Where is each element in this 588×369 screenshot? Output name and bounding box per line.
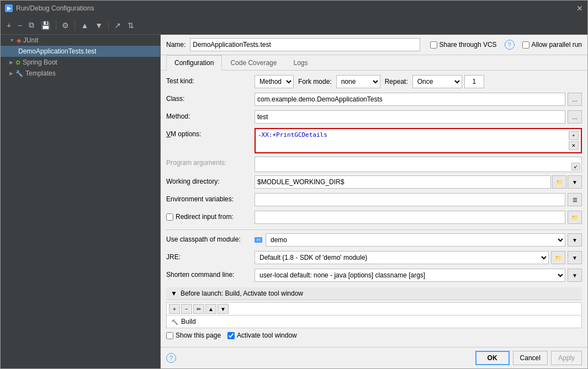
show-page-checkbox[interactable]	[166, 332, 173, 339]
redirect-input-field[interactable]	[255, 211, 565, 224]
templates-expand-arrow: ▶	[9, 71, 13, 76]
ok-button[interactable]: OK	[475, 351, 510, 365]
redirect-input-checkbox[interactable]	[166, 213, 173, 221]
config-panel: Test kind: Method Fork mode: none Repeat…	[161, 71, 587, 347]
spring-expand-arrow: ▶	[9, 60, 13, 65]
remove-button[interactable]: −	[15, 19, 25, 31]
name-input[interactable]	[190, 38, 420, 51]
shorten-dropdown-btn[interactable]: ▼	[568, 269, 582, 282]
class-input[interactable]	[255, 93, 565, 106]
working-dir-control: 📁 ▼	[255, 175, 582, 189]
tab-configuration[interactable]: Configuration	[166, 55, 222, 71]
jre-row: JRE: Default (1.8 - SDK of 'demo' module…	[166, 251, 582, 265]
share-vcs-checkbox[interactable]	[430, 41, 437, 49]
test-kind-select[interactable]: Method	[255, 75, 294, 88]
activate-window-text: Activate tool window	[237, 331, 297, 339]
cancel-button[interactable]: Cancel	[513, 351, 548, 365]
working-dir-dropdown-btn[interactable]: ▼	[568, 175, 582, 189]
jre-control: Default (1.8 - SDK of 'demo' module) 📁 ▼	[255, 251, 582, 264]
jre-dropdown-btn[interactable]: ▼	[568, 251, 582, 264]
before-launch-add-btn[interactable]: +	[169, 304, 180, 314]
before-launch-down-btn[interactable]: ▼	[218, 304, 229, 314]
before-launch-edit-btn[interactable]: ✏	[193, 304, 204, 314]
show-page-label[interactable]: Show this page	[166, 331, 221, 339]
apply-button[interactable]: Apply	[551, 351, 582, 365]
shorten-select[interactable]: user-local default: none - java [options…	[255, 269, 565, 282]
sidebar-item-demo-test[interactable]: DemoApplicationTests.test	[1, 46, 160, 57]
before-launch-remove-btn[interactable]: −	[181, 304, 192, 314]
tab-logs[interactable]: Logs	[285, 55, 316, 71]
dialog-title: Run/Debug Configurations	[16, 4, 94, 12]
working-dir-browse-btn[interactable]: 📁	[552, 175, 566, 189]
program-args-control: ↙	[255, 157, 582, 172]
vm-options-label: VM options:	[166, 128, 255, 138]
before-launch-list: + − ✏ ▲ ▼ 🔨 Build	[166, 302, 582, 328]
build-item-label: Build	[181, 318, 196, 325]
bottom-help-icon[interactable]: ?	[166, 353, 176, 363]
help-icon[interactable]: ?	[505, 40, 515, 50]
before-launch-header[interactable]: ▼ Before launch: Build, Activate tool wi…	[166, 287, 582, 300]
env-vars-control: ☰	[255, 193, 582, 206]
env-vars-label: Environment variables:	[166, 193, 255, 203]
settings-button[interactable]: ⚙	[59, 19, 72, 31]
repeat-num-input[interactable]	[464, 75, 484, 88]
share-vcs-label[interactable]: Share through VCS	[430, 41, 497, 49]
activate-window-label[interactable]: Activate tool window	[227, 331, 297, 339]
activate-window-checkbox[interactable]	[227, 332, 235, 339]
working-dir-input[interactable]	[255, 175, 551, 189]
jre-select[interactable]: Default (1.8 - SDK of 'demo' module)	[255, 251, 549, 264]
jre-browse-btn[interactable]: 📁	[551, 251, 565, 264]
junit-label: JUnit	[23, 36, 38, 44]
sort-button[interactable]: ⇅	[125, 19, 137, 31]
env-vars-row: Environment variables: ☰	[166, 193, 582, 207]
move-down-button[interactable]: ▼	[92, 19, 105, 31]
allow-parallel-label[interactable]: Allow parallel run	[522, 41, 582, 49]
program-args-expand-btn[interactable]: ↙	[571, 163, 580, 170]
toolbar: + − ⧉ 💾 ⚙ ▲ ▼ ↗ ⇅	[1, 16, 587, 35]
classpath-select[interactable]: demo	[266, 233, 565, 247]
fork-mode-select[interactable]: none	[336, 75, 380, 88]
move-up-button[interactable]: ▲	[78, 19, 91, 31]
vm-options-actions: + ✕	[569, 131, 579, 150]
bottom-checkboxes-row: Show this page Activate tool window	[166, 331, 582, 346]
vm-options-collapse-btn[interactable]: ✕	[569, 141, 579, 150]
class-browse-btn[interactable]: …	[568, 93, 582, 106]
test-kind-row: Test kind: Method Fork mode: none Repeat…	[166, 75, 582, 89]
test-kind-label: Test kind:	[166, 75, 255, 85]
name-bar: Name: Share through VCS ? Allow parallel…	[161, 35, 587, 55]
redirect-input-browse-btn[interactable]: 📁	[568, 211, 582, 224]
tab-code-coverage[interactable]: Code Coverage	[222, 55, 285, 71]
program-args-area[interactable]: ↙	[255, 157, 582, 172]
sidebar-item-templates[interactable]: ▶ 🔧 Templates	[1, 68, 160, 79]
method-input[interactable]	[255, 110, 565, 124]
method-browse-btn[interactable]: …	[568, 110, 582, 124]
copy-button[interactable]: ⧉	[26, 19, 37, 31]
vm-options-add-btn[interactable]: +	[569, 131, 579, 140]
before-launch-up-btn[interactable]: ▲	[205, 304, 216, 314]
class-control: …	[255, 93, 582, 106]
classpath-control: m demo ▼	[255, 233, 582, 247]
close-button[interactable]: ✕	[576, 4, 583, 13]
save-button[interactable]: 💾	[38, 19, 53, 31]
move-to-button[interactable]: ↗	[112, 19, 124, 31]
right-panel: Name: Share through VCS ? Allow parallel…	[161, 35, 587, 368]
share-vcs-text: Share through VCS	[439, 41, 497, 49]
add-button[interactable]: +	[4, 19, 14, 31]
title-bar: ▶ Run/Debug Configurations ✕	[1, 1, 587, 16]
before-launch-build-item: 🔨 Build	[167, 315, 581, 328]
sidebar-item-spring-boot[interactable]: ▶ ✿ Spring Boot	[1, 57, 160, 68]
env-vars-input[interactable]	[255, 193, 565, 206]
method-label: Method:	[166, 110, 255, 120]
class-label: Class:	[166, 93, 255, 103]
sidebar-item-junit[interactable]: ▼ ◈ JUnit	[1, 35, 160, 46]
separator3	[108, 20, 109, 30]
allow-parallel-checkbox[interactable]	[522, 41, 529, 49]
redirect-input-checkbox-label[interactable]: Redirect input from:	[166, 213, 255, 221]
allow-parallel-text: Allow parallel run	[532, 41, 582, 49]
env-vars-browse-btn[interactable]: ☰	[568, 193, 582, 206]
classpath-dropdown-btn[interactable]: ▼	[568, 233, 582, 247]
repeat-select[interactable]: Once	[412, 75, 462, 88]
spring-icon: ✿	[15, 59, 20, 66]
before-launch-arrow: ▼	[171, 290, 177, 297]
vm-options-text[interactable]: -XX:+PrintGCDetails	[258, 131, 569, 138]
